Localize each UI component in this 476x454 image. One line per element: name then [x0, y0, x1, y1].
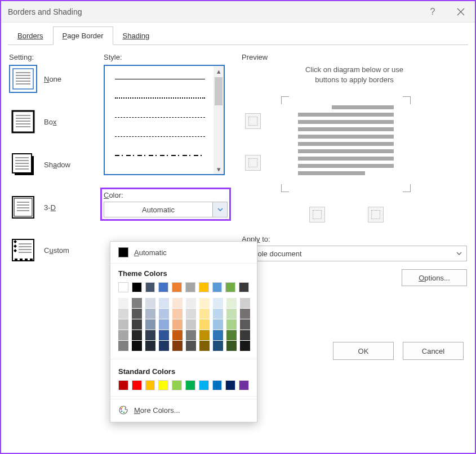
- border-right-toggle[interactable]: [368, 207, 384, 222]
- color-dropdown-button[interactable]: [212, 202, 227, 217]
- color-swatch[interactable]: [118, 319, 128, 330]
- color-swatch[interactable]: [213, 319, 223, 330]
- style-option-dashdot[interactable]: [107, 146, 221, 165]
- style-listbox[interactable]: ▴ ▾: [104, 65, 225, 175]
- border-top-toggle[interactable]: [245, 113, 261, 129]
- tab-borders[interactable]: Borders: [8, 26, 53, 45]
- style-scrollbar[interactable]: ▴ ▾: [213, 66, 224, 174]
- setting-shadow[interactable]: Shadow: [9, 150, 104, 179]
- help-button[interactable]: ?: [419, 1, 447, 23]
- color-swatch[interactable]: [240, 330, 250, 340]
- color-swatch[interactable]: [145, 298, 155, 308]
- color-swatch[interactable]: [226, 341, 237, 351]
- color-swatch[interactable]: [132, 309, 142, 319]
- color-swatch[interactable]: [172, 309, 183, 319]
- color-swatch[interactable]: [145, 330, 155, 340]
- color-swatch[interactable]: [186, 319, 196, 330]
- color-swatch[interactable]: [199, 380, 209, 390]
- color-swatch[interactable]: [172, 298, 183, 308]
- color-swatch[interactable]: [226, 298, 237, 308]
- color-swatch[interactable]: [212, 380, 223, 390]
- color-swatch[interactable]: [145, 341, 155, 351]
- color-swatch[interactable]: [132, 341, 142, 351]
- color-swatch[interactable]: [159, 330, 169, 340]
- close-button[interactable]: [447, 1, 475, 23]
- color-swatch[interactable]: [240, 298, 250, 308]
- color-swatch[interactable]: [240, 341, 250, 351]
- style-option-dashed-fine[interactable]: [107, 108, 221, 127]
- color-swatch[interactable]: [159, 319, 169, 330]
- color-swatch[interactable]: [199, 298, 210, 308]
- color-swatch[interactable]: [159, 341, 169, 351]
- color-swatch[interactable]: [239, 282, 249, 292]
- tab-shading[interactable]: Shading: [113, 26, 159, 45]
- preview-diagram[interactable]: [281, 96, 411, 192]
- setting-none[interactable]: None: [9, 65, 104, 93]
- color-swatch[interactable]: [145, 309, 155, 319]
- color-swatch[interactable]: [226, 309, 237, 319]
- color-swatch[interactable]: [212, 282, 223, 292]
- style-option-solid[interactable]: [107, 69, 221, 88]
- style-option-dashed[interactable]: [107, 127, 221, 146]
- scroll-up-icon[interactable]: ▴: [213, 66, 224, 76]
- color-swatch[interactable]: [172, 341, 183, 351]
- color-swatch[interactable]: [158, 380, 168, 390]
- color-swatch[interactable]: [132, 282, 142, 292]
- apply-to-combobox[interactable]: Whole document: [242, 246, 467, 261]
- ok-button[interactable]: OK: [333, 342, 394, 360]
- color-swatch[interactable]: [199, 309, 210, 319]
- color-swatch[interactable]: [172, 330, 183, 340]
- color-swatch[interactable]: [118, 341, 128, 351]
- color-swatch[interactable]: [186, 330, 196, 340]
- setting-custom[interactable]: Custom: [9, 236, 104, 264]
- color-swatch[interactable]: [186, 309, 196, 319]
- color-automatic-option[interactable]: Automatic: [110, 242, 257, 264]
- color-swatch[interactable]: [118, 330, 128, 340]
- tab-page-border[interactable]: Page Border: [53, 26, 113, 45]
- color-swatch[interactable]: [213, 330, 223, 340]
- color-swatch[interactable]: [118, 309, 128, 319]
- color-swatch[interactable]: [172, 380, 182, 390]
- color-swatch[interactable]: [132, 380, 142, 390]
- color-swatch[interactable]: [213, 341, 223, 351]
- color-swatch[interactable]: [118, 380, 128, 390]
- style-option-dotted[interactable]: [107, 88, 221, 108]
- color-swatch[interactable]: [240, 309, 250, 319]
- setting-box[interactable]: Box: [9, 108, 104, 136]
- color-swatch[interactable]: [172, 319, 183, 330]
- color-swatch[interactable]: [159, 298, 169, 308]
- color-swatch[interactable]: [118, 282, 128, 292]
- border-bottom-toggle[interactable]: [309, 207, 325, 222]
- setting-3d[interactable]: 3-D: [9, 193, 104, 221]
- border-left-toggle[interactable]: [245, 155, 261, 171]
- scroll-thumb[interactable]: [215, 77, 223, 105]
- color-swatch[interactable]: [225, 380, 235, 390]
- color-swatch[interactable]: [225, 282, 235, 292]
- color-swatch[interactable]: [145, 282, 155, 292]
- color-swatch[interactable]: [186, 341, 196, 351]
- color-swatch[interactable]: [118, 298, 128, 308]
- color-swatch[interactable]: [172, 282, 182, 292]
- options-button[interactable]: Options...: [402, 269, 467, 286]
- color-swatch[interactable]: [226, 319, 237, 330]
- color-swatch[interactable]: [159, 309, 169, 319]
- color-swatch[interactable]: [213, 298, 223, 308]
- scroll-down-icon[interactable]: ▾: [213, 164, 224, 174]
- color-swatch[interactable]: [185, 380, 195, 390]
- color-swatch[interactable]: [132, 330, 142, 340]
- color-swatch[interactable]: [185, 282, 195, 292]
- color-swatch[interactable]: [239, 380, 249, 390]
- color-swatch[interactable]: [199, 341, 210, 351]
- cancel-button[interactable]: Cancel: [403, 342, 464, 360]
- color-swatch[interactable]: [240, 319, 250, 330]
- color-swatch[interactable]: [158, 282, 168, 292]
- color-swatch[interactable]: [226, 330, 237, 340]
- color-swatch[interactable]: [213, 309, 223, 319]
- color-swatch[interactable]: [186, 298, 196, 308]
- color-swatch[interactable]: [132, 319, 142, 330]
- color-combobox[interactable]: Automatic: [104, 202, 228, 217]
- apply-to-dropdown-button[interactable]: [452, 246, 466, 261]
- color-swatch[interactable]: [199, 319, 210, 330]
- color-swatch[interactable]: [199, 282, 209, 292]
- color-swatch[interactable]: [145, 319, 155, 330]
